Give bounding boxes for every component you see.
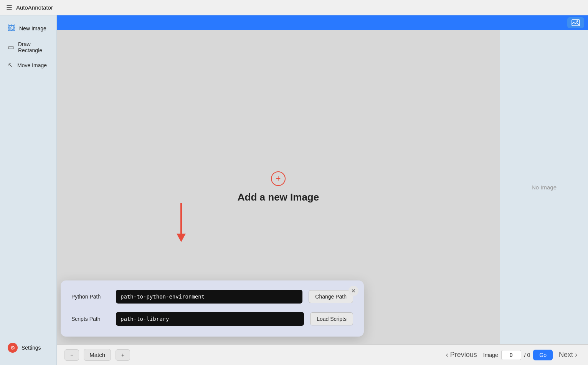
go-button[interactable]: Go <box>533 350 553 360</box>
sidebar: 🖼 New Image ▭ Draw Rectangle ↖ Move Imag… <box>0 15 57 365</box>
sidebar-item-move-image[interactable]: ↖ Move Image <box>2 58 54 73</box>
load-scripts-button[interactable]: Load Scripts <box>310 312 353 325</box>
plus-button[interactable]: + <box>116 349 130 361</box>
python-path-field: Python Path Change Path <box>71 290 353 304</box>
app-title: AutoAnnotator <box>16 4 53 11</box>
draw-rectangle-icon: ▭ <box>8 43 14 51</box>
chevron-right-icon: › <box>575 351 577 358</box>
blue-bar <box>57 15 588 30</box>
scripts-path-input[interactable] <box>116 312 304 326</box>
sidebar-item-draw-rectangle[interactable]: ▭ Draw Rectangle <box>2 38 54 56</box>
previous-button[interactable]: ‹ Previous <box>443 349 480 360</box>
sidebar-bottom: ⚙ Settings <box>0 334 56 361</box>
settings-icon: ⚙ <box>8 343 18 353</box>
settings-label: Settings <box>21 345 41 351</box>
total-count: / 0 <box>524 352 530 358</box>
titlebar: ☰ AutoAnnotator <box>0 0 588 15</box>
new-image-icon: 🖼 <box>8 24 15 33</box>
dialog-overlay: ✕ Python Path Change Path Scripts Path <box>57 30 500 344</box>
image-label: Image <box>483 352 498 358</box>
main-canvas: + Add a new Image ✕ P <box>57 30 500 344</box>
add-image-icon: + <box>271 171 286 186</box>
settings-dialog: ✕ Python Path Change Path Scripts Path <box>61 280 364 337</box>
move-image-icon: ↖ <box>8 61 13 70</box>
chevron-left-icon: ‹ <box>446 351 448 358</box>
arrow-head <box>177 234 186 242</box>
image-gallery-button[interactable] <box>567 17 584 28</box>
python-path-input[interactable] <box>116 290 302 304</box>
sidebar-item-settings[interactable]: ⚙ Settings <box>2 339 54 357</box>
arrow-line <box>180 203 182 234</box>
main-layout: 🖼 New Image ▭ Draw Rectangle ↖ Move Imag… <box>0 15 588 365</box>
image-number-input[interactable] <box>501 350 521 360</box>
move-image-label: Move Image <box>17 62 47 68</box>
canvas-wrapper: + Add a new Image ✕ P <box>57 30 588 344</box>
sidebar-toggle-icon[interactable]: ☰ <box>6 3 12 12</box>
scripts-path-label: Scripts Path <box>71 316 110 322</box>
python-path-label: Python Path <box>71 294 110 300</box>
bottom-bar: − Match + ‹ Previous Image / 0 Go Next › <box>57 344 588 365</box>
add-image-text: Add a new Image <box>238 191 319 203</box>
draw-rectangle-label: Draw Rectangle <box>18 41 49 53</box>
dialog-close-button[interactable]: ✕ <box>349 286 358 296</box>
new-image-label: New Image <box>19 25 46 32</box>
pagination-area: ‹ Previous Image / 0 Go Next › <box>443 349 580 360</box>
no-image-text: No Image <box>532 184 557 191</box>
right-panel: No Image <box>500 30 588 344</box>
change-path-button[interactable]: Change Path <box>309 290 353 303</box>
red-arrow <box>177 203 186 242</box>
svg-point-1 <box>576 20 578 22</box>
scripts-path-field: Scripts Path Load Scripts <box>71 312 353 326</box>
content-area: + Add a new Image ✕ P <box>57 15 588 365</box>
next-button[interactable]: Next › <box>556 349 580 360</box>
sidebar-item-new-image[interactable]: 🖼 New Image <box>2 20 54 36</box>
match-button[interactable]: Match <box>84 349 111 361</box>
minus-button[interactable]: − <box>64 349 79 361</box>
